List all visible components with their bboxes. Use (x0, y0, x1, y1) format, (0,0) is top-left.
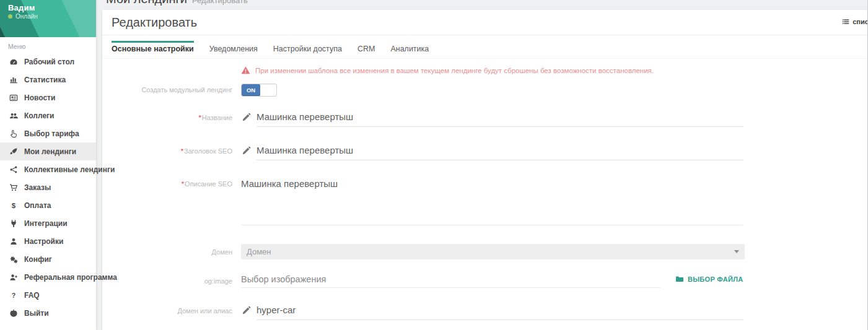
edit-pencil-icon (242, 113, 251, 122)
svg-text:$: $ (11, 201, 15, 209)
sidebar-item-statistics[interactable]: Статистика (0, 71, 96, 89)
sidebar-item-my-landings[interactable]: Мои лендинги (0, 142, 96, 160)
page-title-text: Мои лендинги (106, 0, 187, 6)
field-label: *Название (102, 111, 232, 122)
toggle-on-label: ON (242, 84, 260, 96)
sidebar-item-label: Коллективные лендинги (24, 165, 115, 174)
online-dot-icon (8, 14, 12, 19)
form-row-title: *Название Машинка перевертыш (102, 111, 867, 127)
field-label: Создать модульный лендинг (102, 84, 232, 97)
tab-content: При изменении шаблона все изменения в ва… (102, 66, 867, 320)
menu-section-label: Меню (0, 37, 96, 53)
tab-notifications[interactable]: Уведомления (209, 35, 258, 58)
bar-chart-icon (8, 75, 19, 84)
page-header-strip: Мои лендингиРедактировать (96, 0, 867, 10)
sidebar-item-config[interactable]: Конфиг (0, 250, 96, 268)
sidebar-item-news[interactable]: Новости (0, 89, 96, 106)
sidebar-item-colleagues[interactable]: Коллеги (0, 106, 96, 124)
sidebar-item-integrations[interactable]: Интеграции (0, 214, 96, 232)
form-row-domain: Домен Домен (102, 244, 867, 259)
svg-text:?: ? (11, 291, 15, 298)
user-status-label: Онлайн (15, 13, 38, 20)
tab-crm[interactable]: CRM (357, 35, 375, 58)
user-plus-icon (8, 272, 19, 282)
choose-file-label: ВЫБОР ФАЙЛА (688, 276, 743, 283)
card-title: Редактировать (112, 15, 197, 30)
sidebar-item-label: Реферальная программа (24, 273, 117, 282)
tab-analytics[interactable]: Аналитика (390, 35, 429, 58)
edit-card: Редактировать список Основные настройки … (102, 10, 867, 330)
profile-header: Вадим Онлайн (0, 0, 96, 37)
breadcrumb: Редактировать (192, 0, 248, 5)
warning-icon (241, 66, 250, 75)
required-mark: * (181, 147, 183, 155)
form-row-module-toggle: Создать модульный лендинг ON (102, 84, 867, 97)
sidebar-item-label: Рабочий стол (24, 58, 74, 66)
tab-main-settings[interactable]: Основные настройки (112, 35, 194, 58)
sidebar-item-label: Конфиг (24, 255, 52, 264)
warning-text: При изменении шаблона все изменения в ва… (255, 67, 654, 74)
rocket-icon (8, 147, 19, 156)
page-title: Мои лендингиРедактировать (106, 0, 248, 6)
template-warning: При изменении шаблона все изменения в ва… (241, 66, 867, 75)
sidebar-item-tariff[interactable]: Выбор тарифа (0, 124, 96, 142)
plug-icon (8, 219, 19, 228)
edit-pencil-icon (242, 306, 251, 315)
required-mark: * (199, 114, 201, 121)
dollar-icon: $ (8, 201, 19, 210)
dashboard-icon (8, 57, 19, 66)
field-label: *Заголовок SEO (102, 145, 232, 155)
card-header: Редактировать список (102, 10, 867, 35)
seo-title-input[interactable]: Машинка перевертыш (256, 145, 743, 160)
sidebar-item-label: Оплата (24, 201, 51, 210)
gears-icon (8, 254, 19, 264)
main-area: Мои лендингиРедактировать Редактировать … (96, 0, 867, 330)
sidebar-item-label: Новости (24, 93, 55, 102)
form-row-alias: Домен или алиас hyper-car (102, 305, 867, 320)
sidebar-item-label: Заказы (24, 183, 51, 192)
edit-pencil-icon (242, 146, 251, 155)
sidebar-item-label: Интеграции (24, 219, 68, 228)
cart-icon (8, 183, 19, 192)
user-icon (8, 237, 19, 246)
tab-bar: Основные настройки Уведомления Настройки… (102, 35, 867, 59)
sidebar: Вадим Онлайн Меню Рабочий стол Статистик… (0, 0, 96, 330)
sidebar-item-faq[interactable]: ? FAQ (0, 286, 96, 304)
choose-file-button[interactable]: ВЫБОР ФАЙЛА (675, 275, 743, 283)
sidebar-item-dashboard[interactable]: Рабочий стол (0, 53, 96, 71)
sidebar-item-payment[interactable]: $ Оплата (0, 196, 96, 214)
folder-icon (675, 275, 684, 283)
og-image-input[interactable]: Выбор изображения (241, 274, 660, 288)
app-window: Вадим Онлайн Меню Рабочий стол Статистик… (0, 0, 868, 330)
sidebar-item-label: Коллеги (24, 111, 55, 120)
sidebar-item-referral[interactable]: Реферальная программа (0, 268, 96, 286)
module-landing-toggle[interactable]: ON (241, 84, 277, 97)
domain-select[interactable]: Домен (241, 244, 745, 259)
seo-description-textarea[interactable]: Машинка перевертыш (241, 178, 743, 225)
title-input[interactable]: Машинка перевертыш (256, 111, 743, 127)
sidebar-item-collective-landings[interactable]: Коллективные лендинги (0, 160, 96, 178)
chevron-down-icon (734, 250, 739, 253)
list-view-button[interactable]: список (842, 18, 867, 25)
sidebar-item-label: FAQ (24, 291, 40, 300)
sidebar-item-label: Статистика (24, 76, 66, 84)
question-icon: ? (8, 290, 19, 300)
field-label: Домен или алиас (102, 305, 232, 315)
power-icon (8, 308, 19, 318)
share-icon (8, 165, 19, 174)
form-row-og-image: og:image Выбор изображения ВЫБОР ФАЙЛА (102, 274, 867, 288)
domain-select-placeholder: Домен (247, 247, 271, 256)
hand-pointer-icon (8, 129, 19, 138)
news-icon (8, 93, 19, 102)
colleagues-icon (8, 111, 19, 120)
field-label: og:image (102, 274, 232, 285)
sidebar-item-label: Настройки (24, 237, 63, 246)
tab-access-settings[interactable]: Настройки доступа (273, 35, 342, 58)
alias-input[interactable]: hyper-car (256, 305, 743, 320)
sidebar-item-settings[interactable]: Настройки (0, 232, 96, 250)
sidebar-item-logout[interactable]: Выйти (0, 304, 96, 322)
list-button-label: список (853, 18, 867, 25)
sidebar-item-orders[interactable]: Заказы (0, 178, 96, 196)
field-label: *Описание SEO (102, 178, 232, 188)
list-icon (842, 18, 849, 25)
